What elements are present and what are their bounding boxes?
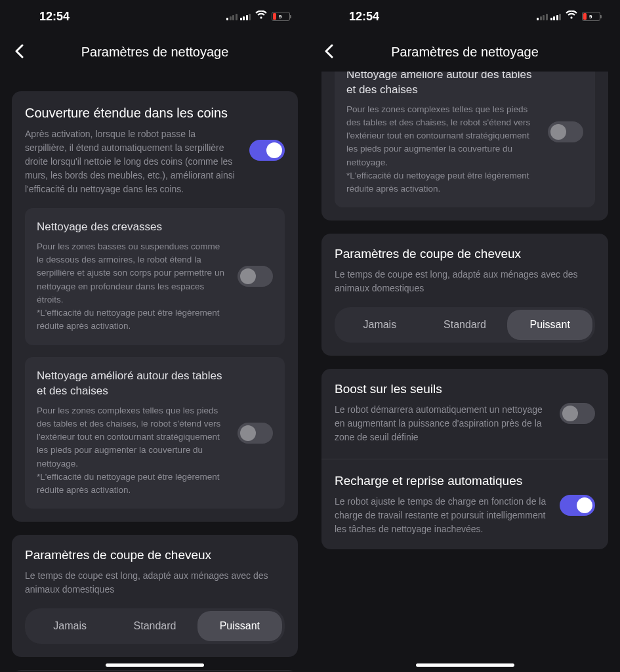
status-bar: 12:54 9	[310, 0, 620, 33]
recharge-desc: Le robot ajuste le temps de charge en fo…	[335, 495, 549, 536]
haircut-opt-never[interactable]: Jamais	[28, 611, 112, 641]
crevice-toggle[interactable]	[238, 266, 273, 287]
crevice-desc: Pour les zones basses ou suspendues comm…	[37, 240, 227, 333]
haircut-opt-standard[interactable]: Standard	[112, 611, 197, 641]
screenshot-left: 12:54 9 Paramètres de nettoyage	[0, 0, 310, 672]
cellular-b-icon	[550, 12, 562, 20]
home-indicator[interactable]	[106, 663, 204, 667]
cellular-icon	[226, 12, 238, 20]
tables-title: Nettoyage amélioré autour des tables et …	[37, 369, 227, 399]
home-indicator[interactable]	[416, 663, 514, 667]
boost-title: Boost sur les seuils	[335, 382, 549, 396]
tables-desc: Pour les zones complexes telles que les …	[346, 103, 537, 196]
wifi-icon	[565, 10, 578, 22]
status-right: 9	[226, 10, 290, 22]
corner-toggle[interactable]	[249, 140, 285, 161]
haircut-card: Paramètres de coupe de cheveux Le temps …	[321, 234, 608, 356]
boost-card: Boost sur les seuils Le robot démarrera …	[321, 369, 608, 549]
screenshot-right: 12:54 9 Paramètres de nettoyage	[310, 0, 620, 672]
cellular-b-icon	[240, 12, 251, 20]
corner-coverage-card: Couverture étendue dans les coins Après …	[12, 91, 298, 522]
status-right: 9	[537, 10, 600, 22]
corner-coverage-card: Pour les zones basses ou suspendues comm…	[321, 72, 608, 220]
status-time: 12:54	[39, 10, 70, 24]
haircut-title: Paramètres de coupe de cheveux	[335, 247, 595, 261]
boost-card-partial: Boost sur les seuils	[12, 670, 298, 671]
cellular-icon	[537, 12, 548, 20]
wifi-icon	[255, 10, 268, 22]
tables-title: Nettoyage amélioré autour des tables et …	[346, 72, 537, 98]
page-title: Paramètres de nettoyage	[81, 45, 229, 60]
crevice-title: Nettoyage des crevasses	[37, 220, 227, 235]
haircut-opt-powerful[interactable]: Puissant	[197, 611, 282, 641]
tables-card: Nettoyage amélioré autour des tables et …	[25, 357, 285, 509]
status-time: 12:54	[349, 10, 379, 24]
scroll-content[interactable]: Pour les zones basses ou suspendues comm…	[310, 72, 620, 665]
corner-title: Couverture étendue dans les coins	[25, 104, 239, 122]
tables-desc: Pour les zones complexes telles que les …	[37, 404, 227, 497]
boost-toggle[interactable]	[560, 403, 595, 424]
battery-percentage: 9	[589, 14, 592, 20]
back-button[interactable]	[14, 42, 24, 63]
crevice-card: Nettoyage des crevasses Pour les zones b…	[25, 208, 285, 345]
scroll-content[interactable]: Couverture étendue dans les coins Après …	[0, 78, 310, 671]
header: Paramètres de nettoyage	[0, 33, 310, 72]
tables-toggle[interactable]	[238, 423, 273, 444]
battery-icon: 9	[582, 12, 600, 21]
back-button[interactable]	[324, 42, 333, 63]
header: Paramètres de nettoyage	[310, 33, 620, 72]
tables-card: Nettoyage amélioré autour des tables et …	[335, 72, 595, 207]
corner-desc: Après activation, lorsque le robot passe…	[25, 127, 239, 196]
haircut-opt-never[interactable]: Jamais	[337, 310, 423, 340]
haircut-desc: Le temps de coupe est long, adapté aux m…	[335, 268, 595, 295]
haircut-card: Paramètres de coupe de cheveux Le temps …	[12, 535, 298, 657]
page-title: Paramètres de nettoyage	[391, 45, 539, 60]
haircut-opt-powerful[interactable]: Puissant	[507, 310, 592, 340]
haircut-title: Paramètres de coupe de cheveux	[25, 548, 285, 562]
recharge-toggle[interactable]	[560, 495, 595, 516]
boost-desc: Le robot démarrera automatiquement un ne…	[335, 403, 549, 444]
haircut-opt-standard[interactable]: Standard	[423, 310, 508, 340]
recharge-title: Recharge et reprise automatiques	[335, 474, 549, 488]
tables-toggle[interactable]	[548, 121, 583, 142]
battery-percentage: 9	[279, 14, 281, 20]
haircut-segment: Jamais Standard Puissant	[25, 608, 285, 644]
battery-icon: 9	[272, 12, 290, 21]
haircut-segment: Jamais Standard Puissant	[335, 307, 595, 343]
haircut-desc: Le temps de coupe est long, adapté aux m…	[25, 569, 285, 597]
status-bar: 12:54 9	[0, 0, 310, 33]
recharge-row: Recharge et reprise automatiques Le robo…	[335, 474, 595, 536]
